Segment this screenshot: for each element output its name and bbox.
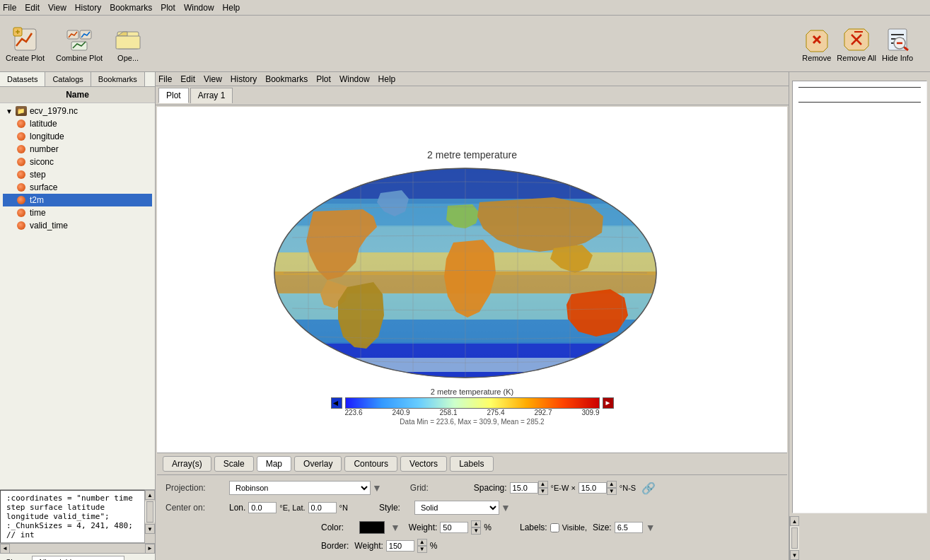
tab-array1[interactable]: Array 1 — [190, 88, 233, 103]
bottom-vscrollbar[interactable]: ▲ ▼ — [145, 490, 155, 543]
tab-overlay[interactable]: Overlay — [294, 456, 342, 472]
projection-select[interactable]: Robinson — [229, 481, 371, 495]
combine-plot-button[interactable]: Combine Plot — [56, 25, 103, 62]
tab-bookmarks[interactable]: Bookmarks — [91, 72, 145, 86]
color-box[interactable] — [359, 521, 385, 534]
spin-up-weight[interactable]: ▲ — [471, 520, 481, 527]
tree-root-item[interactable]: ▼ 📁 ecv_1979.nc — [3, 105, 152, 117]
tab-datasets[interactable]: Datasets — [0, 72, 45, 86]
lat-input[interactable] — [308, 502, 337, 513]
remove-all-button[interactable]: Remove All — [837, 25, 876, 62]
tree-item-longitude[interactable]: longitude — [3, 130, 152, 143]
projection-dropdown-icon[interactable]: ▼ — [372, 482, 382, 494]
border-weight-spinner: ▲ ▼ — [417, 539, 427, 553]
menu-help[interactable]: Help — [223, 3, 240, 13]
controls-row2: Center on: Lon. °E, Lat. °N Style: Solid… — [165, 501, 779, 515]
tree-group-root: ▼ 📁 ecv_1979.nc latitude longitude numbe… — [0, 103, 155, 233]
scroll-left-btn[interactable]: ◄ — [0, 544, 10, 554]
variable-dot-surface — [17, 183, 25, 192]
menu-file[interactable]: File — [3, 3, 16, 13]
tree-item-step[interactable]: step — [3, 168, 152, 181]
projection-label: Projection: — [165, 483, 229, 493]
inner-menu-view[interactable]: View — [204, 74, 222, 84]
create-plot-label: Create Plot — [6, 54, 45, 62]
colorbar-row: ◄ ► — [331, 397, 614, 409]
menu-edit[interactable]: Edit — [25, 3, 40, 13]
labels-size-dropdown-icon[interactable]: ▼ — [646, 522, 656, 533]
tab-catalogs[interactable]: Catalogs — [45, 72, 91, 86]
tree-item-time[interactable]: time — [3, 206, 152, 219]
menu-history[interactable]: History — [75, 3, 101, 13]
tab-map[interactable]: Map — [257, 456, 291, 472]
right-vscrollbar[interactable]: ▲ ▼ — [789, 516, 799, 560]
scroll-right-btn[interactable]: ► — [145, 544, 155, 554]
colorbar-right-arrow: ► — [603, 397, 614, 409]
color-dropdown-icon[interactable]: ▼ — [390, 522, 400, 533]
menu-view[interactable]: View — [48, 3, 66, 13]
labels-visible-checkbox[interactable] — [550, 523, 559, 532]
spin-down-ns[interactable]: ▼ — [607, 488, 617, 495]
right-scroll-up[interactable]: ▲ — [790, 516, 799, 526]
map-controls: Projection: Robinson ▼ Grid: Spacing: ▲ … — [157, 475, 787, 559]
weight-input[interactable] — [440, 522, 468, 533]
tab-vectors[interactable]: Vectors — [400, 456, 447, 472]
border-row: Border: Weight: ▲ ▼ % — [321, 539, 779, 553]
create-plot-icon — [11, 25, 40, 54]
chain-link-icon[interactable]: 🔗 — [641, 482, 656, 495]
spin-down-border[interactable]: ▼ — [417, 546, 427, 553]
right-scroll-down[interactable]: ▼ — [790, 550, 799, 560]
inner-menu-plot[interactable]: Plot — [316, 74, 331, 84]
h-scrollbar[interactable]: ◄ ► — [0, 543, 155, 553]
create-plot-button[interactable]: Create Plot — [6, 25, 45, 62]
menu-window[interactable]: Window — [184, 3, 214, 13]
inner-menu-history[interactable]: History — [231, 74, 257, 84]
left-panel: Datasets Catalogs Bookmarks Name ▼ 📁 ecv… — [0, 72, 156, 560]
inner-menu-bookmarks[interactable]: Bookmarks — [265, 74, 308, 84]
inner-menu-file[interactable]: File — [158, 74, 172, 84]
spin-down-ew[interactable]: ▼ — [538, 488, 548, 495]
open-button[interactable]: Ope... — [114, 25, 142, 62]
tab-contours[interactable]: Contours — [344, 456, 397, 472]
scroll-thumb[interactable] — [146, 501, 153, 523]
weight-label: Weight: — [409, 523, 437, 532]
show-select[interactable]: All variables Data variables Coordinate … — [32, 556, 124, 560]
labels-size-input[interactable] — [615, 522, 643, 533]
tab-scale[interactable]: Scale — [214, 456, 254, 472]
remove-button[interactable]: Remove — [802, 25, 831, 62]
hide-info-button[interactable]: Hide Info — [882, 25, 913, 62]
spin-up-ew[interactable]: ▲ — [538, 481, 548, 488]
inner-menu-window[interactable]: Window — [339, 74, 370, 84]
tab-labels[interactable]: Labels — [450, 456, 493, 472]
tree-item-siconc[interactable]: siconc — [3, 156, 152, 168]
tree-item-surface[interactable]: surface — [3, 181, 152, 194]
center-right-area: File Edit View History Bookmarks Plot Wi… — [156, 72, 789, 560]
tree-item-latitude[interactable]: latitude — [3, 117, 152, 130]
tab-arrays[interactable]: Array(s) — [163, 456, 211, 472]
spacing-ew-input[interactable] — [510, 482, 538, 494]
border-weight-unit: % — [430, 541, 438, 551]
spin-down-weight[interactable]: ▼ — [471, 527, 481, 535]
spin-up-ns[interactable]: ▲ — [607, 481, 617, 488]
lon-input[interactable] — [248, 502, 277, 513]
style-dropdown-icon[interactable]: ▼ — [501, 502, 511, 513]
menu-plot[interactable]: Plot — [161, 3, 175, 13]
inner-menu-help[interactable]: Help — [378, 74, 396, 84]
tab-plot[interactable]: Plot — [158, 88, 189, 103]
plot-container: 2 metre temperature — [257, 149, 688, 411]
scroll-up-btn[interactable]: ▲ — [145, 490, 155, 500]
spin-up-border[interactable]: ▲ — [417, 539, 427, 546]
scroll-down-btn[interactable]: ▼ — [145, 524, 155, 534]
menu-bookmarks[interactable]: Bookmarks — [110, 3, 152, 13]
inner-menu-edit[interactable]: Edit — [180, 74, 195, 84]
info-line-2 — [798, 102, 921, 103]
tree-item-label-latitude: latitude — [30, 119, 57, 129]
right-scroll-thumb[interactable] — [791, 527, 798, 549]
left-tabs: Datasets Catalogs Bookmarks — [0, 72, 155, 87]
spacing-ns-input[interactable] — [579, 482, 607, 494]
spacing-label: Spacing: — [474, 483, 507, 493]
tree-item-valid-time[interactable]: valid_time — [3, 219, 152, 232]
style-select[interactable]: Solid — [414, 501, 499, 515]
border-weight-input[interactable] — [386, 540, 414, 552]
tree-item-number[interactable]: number — [3, 143, 152, 156]
tree-item-t2m[interactable]: t2m — [3, 194, 152, 206]
